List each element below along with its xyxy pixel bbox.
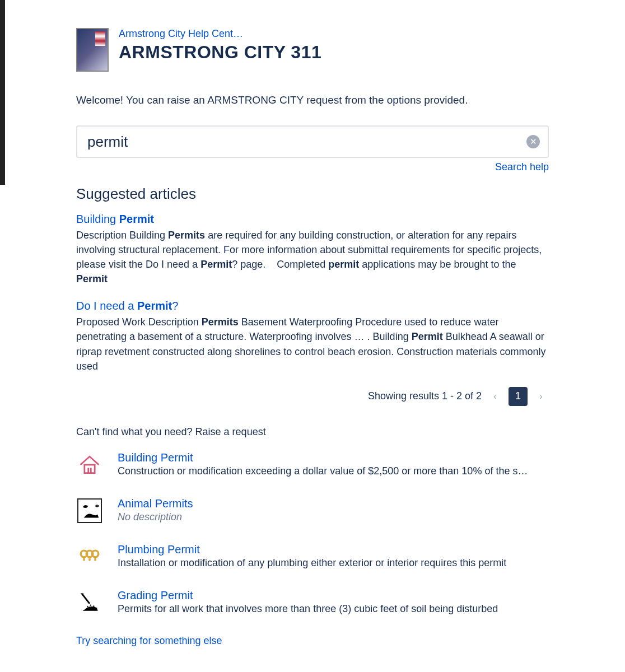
svg-rect-1 [87,468,89,473]
breadcrumb-link[interactable]: Armstrong City Help Cent… [119,28,243,39]
plumbing-icon [76,543,103,570]
close-icon: ✕ [530,137,537,146]
request-type-desc: Permits for all work that involves more … [118,603,498,615]
suggested-article: Building PermitDescription Building Perm… [76,213,549,286]
try-something-else-link[interactable]: Try searching for something else [76,635,222,646]
svg-point-8 [93,605,94,606]
portal-logo [76,28,109,72]
request-type-desc: No description [118,511,193,523]
pagination-prev[interactable]: ‹ [487,388,503,405]
request-type-title[interactable]: Grading Permit [118,589,498,602]
svg-point-7 [90,604,91,605]
raise-request-heading: Can't find what you need? Raise a reques… [76,426,549,438]
main-content: Armstrong City Help Cent… ARMSTRONG CITY… [0,0,594,669]
request-type-title[interactable]: Plumbing Permit [118,543,506,556]
request-type-item[interactable]: Plumbing PermitInstallation or modificat… [76,543,549,570]
svg-point-6 [87,606,88,607]
clear-search-button[interactable]: ✕ [526,135,540,148]
chevron-right-icon: › [539,391,542,402]
pagination: Showing results 1 - 2 of 2 ‹ 1 › [76,387,549,406]
grading-icon [76,589,103,616]
search-input[interactable] [76,125,549,158]
request-type-title[interactable]: Animal Permits [118,497,193,510]
request-type-desc: Construction or modification exceeding a… [118,465,528,477]
article-snippet: Proposed Work Description Permits Baseme… [76,315,549,373]
header: Armstrong City Help Cent… ARMSTRONG CITY… [76,28,549,72]
request-type-desc: Installation or modification of any plum… [118,557,506,569]
svg-rect-2 [90,468,92,473]
suggested-article: Do I need a Permit?Proposed Work Descrip… [76,300,549,373]
search-help-link[interactable]: Search help [76,161,549,173]
animals-icon [76,497,103,524]
pagination-current[interactable]: 1 [509,387,528,406]
house-icon [76,451,103,478]
request-type-item[interactable]: Animal PermitsNo description [76,497,549,524]
chevron-left-icon: ‹ [493,391,496,402]
pagination-summary: Showing results 1 - 2 of 2 [368,390,482,402]
article-snippet: Description Building Permits are require… [76,228,549,286]
page-title: ARMSTRONG CITY 311 [119,42,321,63]
request-type-title[interactable]: Building Permit [118,451,528,464]
dark-side-panel [0,0,5,185]
breadcrumb[interactable]: Armstrong City Help Cent… [119,28,321,40]
article-title-link[interactable]: Do I need a Permit? [76,300,178,312]
search-container: ✕ [76,125,549,158]
request-type-item[interactable]: Building PermitConstruction or modificat… [76,451,549,478]
request-type-item[interactable]: Grading PermitPermits for all work that … [76,589,549,616]
svg-rect-0 [85,465,95,473]
article-title-link[interactable]: Building Permit [76,213,154,226]
suggested-articles-heading: Suggested articles [76,185,549,203]
welcome-text: Welcome! You can raise an ARMSTRONG CITY… [76,94,549,106]
pagination-next[interactable]: › [533,388,549,405]
